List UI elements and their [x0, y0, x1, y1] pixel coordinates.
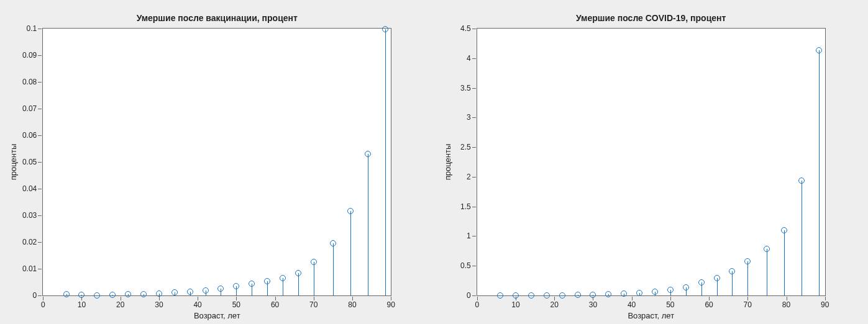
data-point — [280, 275, 286, 281]
data-point — [497, 292, 503, 299]
data-point — [798, 178, 805, 184]
stem-line — [802, 181, 802, 295]
stem-line — [333, 243, 334, 295]
y-tick-label: 0.07 — [22, 104, 43, 113]
data-point — [605, 291, 611, 297]
chart-left: Умершие после вакцинации, процент процен… — [42, 28, 391, 296]
plot-area: проценты Возраст, лет 00.511.522.533.544… — [477, 28, 826, 296]
y-tick-label: 0.04 — [22, 184, 43, 193]
data-point — [652, 289, 658, 295]
y-tick-label: 0.1 — [27, 24, 43, 33]
y-tick-label: 3.5 — [460, 84, 477, 92]
x-tick-label: 70 — [309, 295, 318, 309]
y-tick-label: 0.01 — [22, 264, 43, 273]
data-point — [575, 292, 581, 298]
y-tick-label: 0.02 — [22, 238, 43, 246]
chart-title: Умершие после вакцинации, процент — [42, 13, 391, 23]
y-axis-label: проценты — [9, 144, 18, 181]
data-point — [764, 246, 770, 252]
data-point — [109, 292, 116, 298]
data-point — [781, 227, 787, 233]
x-tick-label: 30 — [155, 295, 163, 309]
stem-line — [784, 230, 785, 295]
data-point — [636, 290, 642, 296]
data-point — [528, 292, 534, 299]
stem-line — [314, 262, 314, 295]
stem-line — [385, 29, 386, 295]
stem-line — [732, 271, 733, 295]
data-point — [729, 268, 735, 274]
y-tick-label: 0.05 — [22, 158, 43, 166]
chart-title: Умершие после COVID-19, процент — [477, 13, 826, 23]
data-point — [156, 290, 162, 297]
stem-line — [767, 249, 767, 295]
y-tick-label: 3 — [467, 113, 477, 122]
stem-line — [350, 211, 351, 295]
x-axis-label: Возраст, лет — [43, 311, 391, 320]
data-point — [330, 240, 336, 246]
data-point — [744, 258, 751, 264]
data-point — [63, 291, 70, 297]
x-tick-label: 70 — [744, 295, 752, 309]
data-point — [264, 278, 270, 284]
x-tick-label: 90 — [821, 295, 829, 309]
data-point — [78, 292, 85, 298]
chart-right: Умершие после COVID-19, процент проценты… — [477, 28, 826, 296]
x-tick-label: 0 — [41, 295, 45, 309]
x-tick-label: 80 — [348, 295, 356, 309]
y-tick-label: 0.08 — [22, 78, 43, 86]
data-point — [233, 283, 239, 289]
y-tick-label: 1 — [467, 232, 477, 240]
data-point — [667, 287, 674, 293]
data-point — [217, 286, 224, 292]
x-tick-label: 50 — [666, 295, 674, 309]
y-tick-label: 0.09 — [22, 51, 43, 60]
data-point — [382, 26, 388, 32]
data-point — [544, 292, 550, 299]
stem-line — [819, 50, 820, 295]
data-point — [295, 270, 301, 276]
data-point — [816, 47, 822, 53]
y-tick-label: 0.5 — [460, 261, 477, 270]
x-tick-label: 60 — [271, 295, 279, 309]
y-tick-label: 0.06 — [22, 131, 43, 140]
data-point — [94, 292, 100, 299]
data-point — [347, 208, 354, 214]
stem-line — [298, 273, 299, 295]
data-point — [249, 281, 255, 287]
x-axis-label: Возраст, лет — [477, 311, 825, 320]
data-point — [683, 284, 689, 290]
x-tick-label: 80 — [782, 295, 790, 309]
x-tick-label: 0 — [475, 295, 479, 309]
data-point — [590, 292, 596, 298]
data-point — [714, 275, 720, 281]
data-point — [621, 290, 627, 297]
data-point — [698, 279, 705, 286]
plot-area: проценты Возраст, лет 00.010.020.030.040… — [42, 28, 391, 296]
x-tick-label: 90 — [387, 295, 395, 309]
x-tick-label: 50 — [232, 295, 240, 309]
stem-line — [747, 261, 748, 295]
x-tick-label: 40 — [628, 295, 636, 309]
data-point — [559, 292, 565, 299]
stem-line — [368, 154, 368, 295]
y-tick-label: 2 — [467, 173, 477, 181]
data-point — [140, 291, 147, 297]
data-point — [513, 292, 519, 299]
data-point — [203, 287, 209, 294]
data-point — [365, 151, 371, 157]
y-tick-label: 2.5 — [460, 143, 477, 151]
y-tick-label: 4 — [467, 54, 477, 63]
x-tick-label: 40 — [193, 295, 201, 309]
x-tick-label: 20 — [550, 295, 559, 309]
y-axis-label: проценты — [442, 144, 452, 181]
y-tick-label: 1.5 — [460, 202, 477, 211]
x-tick-label: 60 — [705, 295, 713, 309]
data-point — [187, 289, 193, 295]
y-tick-label: 4.5 — [460, 24, 477, 33]
data-point — [311, 259, 317, 265]
data-point — [171, 289, 178, 295]
y-tick-label: 0.03 — [22, 211, 43, 220]
x-tick-label: 20 — [116, 295, 124, 309]
data-point — [125, 291, 131, 297]
